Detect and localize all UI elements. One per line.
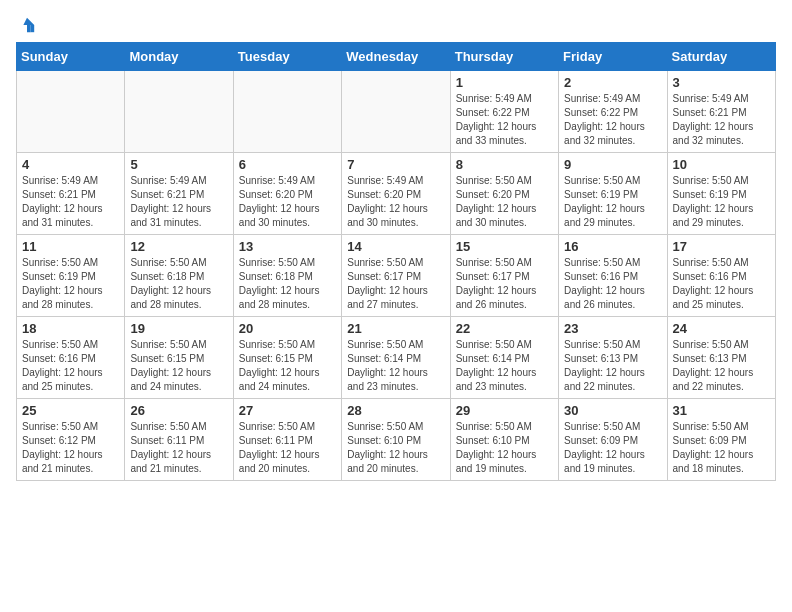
day-info-text: Sunrise: 5:50 AM Sunset: 6:11 PM Dayligh… bbox=[130, 420, 227, 476]
table-row: 9Sunrise: 5:50 AM Sunset: 6:19 PM Daylig… bbox=[559, 153, 667, 235]
day-number: 10 bbox=[673, 157, 770, 172]
day-number: 17 bbox=[673, 239, 770, 254]
day-number: 28 bbox=[347, 403, 444, 418]
day-number: 1 bbox=[456, 75, 553, 90]
day-number: 2 bbox=[564, 75, 661, 90]
page-header bbox=[16, 16, 776, 34]
table-row: 14Sunrise: 5:50 AM Sunset: 6:17 PM Dayli… bbox=[342, 235, 450, 317]
table-row: 3Sunrise: 5:49 AM Sunset: 6:21 PM Daylig… bbox=[667, 71, 775, 153]
day-number: 19 bbox=[130, 321, 227, 336]
weekday-header-sunday: Sunday bbox=[17, 43, 125, 71]
day-info-text: Sunrise: 5:50 AM Sunset: 6:17 PM Dayligh… bbox=[456, 256, 553, 312]
day-number: 12 bbox=[130, 239, 227, 254]
day-info-text: Sunrise: 5:50 AM Sunset: 6:16 PM Dayligh… bbox=[22, 338, 119, 394]
table-row: 6Sunrise: 5:49 AM Sunset: 6:20 PM Daylig… bbox=[233, 153, 341, 235]
day-info-text: Sunrise: 5:50 AM Sunset: 6:10 PM Dayligh… bbox=[347, 420, 444, 476]
day-info-text: Sunrise: 5:50 AM Sunset: 6:10 PM Dayligh… bbox=[456, 420, 553, 476]
calendar-week-row: 25Sunrise: 5:50 AM Sunset: 6:12 PM Dayli… bbox=[17, 399, 776, 481]
day-number: 25 bbox=[22, 403, 119, 418]
calendar-week-row: 18Sunrise: 5:50 AM Sunset: 6:16 PM Dayli… bbox=[17, 317, 776, 399]
day-info-text: Sunrise: 5:49 AM Sunset: 6:21 PM Dayligh… bbox=[130, 174, 227, 230]
day-number: 26 bbox=[130, 403, 227, 418]
table-row: 13Sunrise: 5:50 AM Sunset: 6:18 PM Dayli… bbox=[233, 235, 341, 317]
table-row: 19Sunrise: 5:50 AM Sunset: 6:15 PM Dayli… bbox=[125, 317, 233, 399]
table-row: 24Sunrise: 5:50 AM Sunset: 6:13 PM Dayli… bbox=[667, 317, 775, 399]
table-row bbox=[233, 71, 341, 153]
day-info-text: Sunrise: 5:50 AM Sunset: 6:19 PM Dayligh… bbox=[564, 174, 661, 230]
day-number: 21 bbox=[347, 321, 444, 336]
day-info-text: Sunrise: 5:49 AM Sunset: 6:21 PM Dayligh… bbox=[673, 92, 770, 148]
table-row: 10Sunrise: 5:50 AM Sunset: 6:19 PM Dayli… bbox=[667, 153, 775, 235]
table-row bbox=[342, 71, 450, 153]
day-info-text: Sunrise: 5:49 AM Sunset: 6:22 PM Dayligh… bbox=[564, 92, 661, 148]
day-info-text: Sunrise: 5:49 AM Sunset: 6:22 PM Dayligh… bbox=[456, 92, 553, 148]
table-row: 1Sunrise: 5:49 AM Sunset: 6:22 PM Daylig… bbox=[450, 71, 558, 153]
day-info-text: Sunrise: 5:50 AM Sunset: 6:19 PM Dayligh… bbox=[22, 256, 119, 312]
day-number: 23 bbox=[564, 321, 661, 336]
day-info-text: Sunrise: 5:50 AM Sunset: 6:20 PM Dayligh… bbox=[456, 174, 553, 230]
day-info-text: Sunrise: 5:49 AM Sunset: 6:20 PM Dayligh… bbox=[239, 174, 336, 230]
day-info-text: Sunrise: 5:50 AM Sunset: 6:13 PM Dayligh… bbox=[673, 338, 770, 394]
table-row: 22Sunrise: 5:50 AM Sunset: 6:14 PM Dayli… bbox=[450, 317, 558, 399]
day-number: 8 bbox=[456, 157, 553, 172]
day-number: 31 bbox=[673, 403, 770, 418]
day-number: 14 bbox=[347, 239, 444, 254]
day-info-text: Sunrise: 5:50 AM Sunset: 6:09 PM Dayligh… bbox=[673, 420, 770, 476]
day-info-text: Sunrise: 5:50 AM Sunset: 6:11 PM Dayligh… bbox=[239, 420, 336, 476]
day-number: 5 bbox=[130, 157, 227, 172]
table-row: 27Sunrise: 5:50 AM Sunset: 6:11 PM Dayli… bbox=[233, 399, 341, 481]
table-row: 5Sunrise: 5:49 AM Sunset: 6:21 PM Daylig… bbox=[125, 153, 233, 235]
weekday-header-monday: Monday bbox=[125, 43, 233, 71]
day-number: 13 bbox=[239, 239, 336, 254]
day-number: 3 bbox=[673, 75, 770, 90]
day-info-text: Sunrise: 5:50 AM Sunset: 6:16 PM Dayligh… bbox=[564, 256, 661, 312]
day-number: 7 bbox=[347, 157, 444, 172]
day-number: 18 bbox=[22, 321, 119, 336]
table-row: 26Sunrise: 5:50 AM Sunset: 6:11 PM Dayli… bbox=[125, 399, 233, 481]
table-row: 12Sunrise: 5:50 AM Sunset: 6:18 PM Dayli… bbox=[125, 235, 233, 317]
table-row: 29Sunrise: 5:50 AM Sunset: 6:10 PM Dayli… bbox=[450, 399, 558, 481]
day-info-text: Sunrise: 5:50 AM Sunset: 6:15 PM Dayligh… bbox=[239, 338, 336, 394]
day-info-text: Sunrise: 5:50 AM Sunset: 6:18 PM Dayligh… bbox=[130, 256, 227, 312]
day-number: 24 bbox=[673, 321, 770, 336]
table-row bbox=[17, 71, 125, 153]
day-number: 30 bbox=[564, 403, 661, 418]
day-number: 6 bbox=[239, 157, 336, 172]
table-row: 21Sunrise: 5:50 AM Sunset: 6:14 PM Dayli… bbox=[342, 317, 450, 399]
svg-marker-1 bbox=[31, 25, 35, 32]
table-row: 16Sunrise: 5:50 AM Sunset: 6:16 PM Dayli… bbox=[559, 235, 667, 317]
calendar-week-row: 4Sunrise: 5:49 AM Sunset: 6:21 PM Daylig… bbox=[17, 153, 776, 235]
calendar-table: SundayMondayTuesdayWednesdayThursdayFrid… bbox=[16, 42, 776, 481]
day-info-text: Sunrise: 5:50 AM Sunset: 6:17 PM Dayligh… bbox=[347, 256, 444, 312]
weekday-header-thursday: Thursday bbox=[450, 43, 558, 71]
day-info-text: Sunrise: 5:50 AM Sunset: 6:12 PM Dayligh… bbox=[22, 420, 119, 476]
table-row: 25Sunrise: 5:50 AM Sunset: 6:12 PM Dayli… bbox=[17, 399, 125, 481]
day-info-text: Sunrise: 5:49 AM Sunset: 6:21 PM Dayligh… bbox=[22, 174, 119, 230]
calendar-week-row: 11Sunrise: 5:50 AM Sunset: 6:19 PM Dayli… bbox=[17, 235, 776, 317]
day-number: 16 bbox=[564, 239, 661, 254]
table-row: 23Sunrise: 5:50 AM Sunset: 6:13 PM Dayli… bbox=[559, 317, 667, 399]
day-info-text: Sunrise: 5:50 AM Sunset: 6:15 PM Dayligh… bbox=[130, 338, 227, 394]
table-row: 7Sunrise: 5:49 AM Sunset: 6:20 PM Daylig… bbox=[342, 153, 450, 235]
day-number: 9 bbox=[564, 157, 661, 172]
table-row: 18Sunrise: 5:50 AM Sunset: 6:16 PM Dayli… bbox=[17, 317, 125, 399]
day-number: 29 bbox=[456, 403, 553, 418]
calendar-week-row: 1Sunrise: 5:49 AM Sunset: 6:22 PM Daylig… bbox=[17, 71, 776, 153]
day-info-text: Sunrise: 5:50 AM Sunset: 6:19 PM Dayligh… bbox=[673, 174, 770, 230]
day-number: 15 bbox=[456, 239, 553, 254]
day-info-text: Sunrise: 5:50 AM Sunset: 6:14 PM Dayligh… bbox=[347, 338, 444, 394]
table-row: 11Sunrise: 5:50 AM Sunset: 6:19 PM Dayli… bbox=[17, 235, 125, 317]
logo bbox=[16, 16, 36, 34]
table-row: 8Sunrise: 5:50 AM Sunset: 6:20 PM Daylig… bbox=[450, 153, 558, 235]
day-number: 27 bbox=[239, 403, 336, 418]
day-info-text: Sunrise: 5:49 AM Sunset: 6:20 PM Dayligh… bbox=[347, 174, 444, 230]
table-row bbox=[125, 71, 233, 153]
day-number: 4 bbox=[22, 157, 119, 172]
table-row: 4Sunrise: 5:49 AM Sunset: 6:21 PM Daylig… bbox=[17, 153, 125, 235]
weekday-header-saturday: Saturday bbox=[667, 43, 775, 71]
day-number: 22 bbox=[456, 321, 553, 336]
weekday-header-tuesday: Tuesday bbox=[233, 43, 341, 71]
day-number: 11 bbox=[22, 239, 119, 254]
weekday-header-wednesday: Wednesday bbox=[342, 43, 450, 71]
day-info-text: Sunrise: 5:50 AM Sunset: 6:18 PM Dayligh… bbox=[239, 256, 336, 312]
